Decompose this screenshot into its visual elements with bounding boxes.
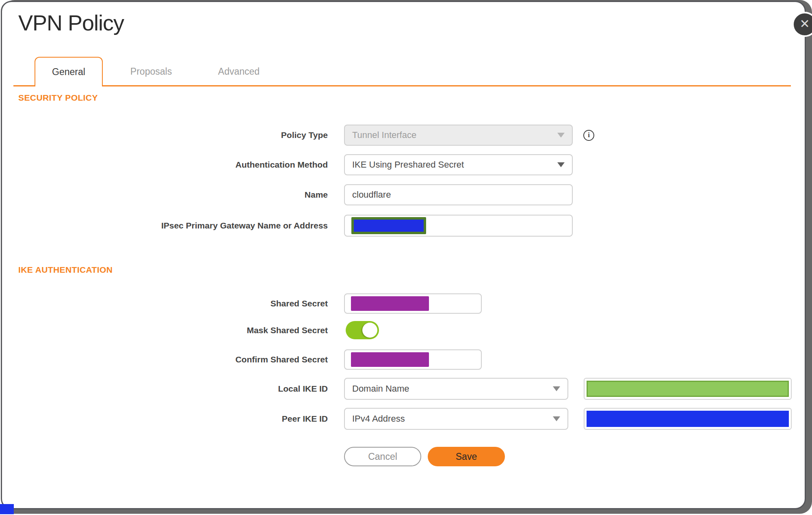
dropdown-arrow-icon (553, 386, 560, 391)
local-ike-id-redaction-box (587, 381, 789, 397)
gateway-label: IPsec Primary Gateway Name or Address (18, 221, 328, 231)
local-ike-id-select[interactable]: Domain Name (344, 378, 568, 400)
confirm-shared-secret-label: Confirm Shared Secret (18, 355, 328, 364)
peer-ike-id-redaction-box (587, 411, 789, 427)
row-shared-secret: Shared Secret (18, 293, 482, 314)
peer-ike-id-label: Peer IKE ID (18, 414, 328, 424)
name-label: Name (18, 190, 328, 200)
row-confirm-shared-secret: Confirm Shared Secret (18, 349, 482, 370)
peer-ike-id-select[interactable]: IPv4 Address (344, 408, 568, 430)
toggle-knob (362, 323, 377, 338)
gateway-input[interactable] (344, 215, 573, 237)
corner-redaction-box (0, 504, 14, 514)
row-peer-ike-id: Peer IKE ID IPv4 Address (18, 408, 792, 430)
policy-type-value: Tunnel Interface (352, 130, 416, 140)
name-input[interactable]: cloudflare (344, 184, 573, 205)
gateway-redaction-box (351, 217, 426, 234)
local-ike-id-input[interactable] (584, 378, 792, 400)
tab-general[interactable]: General (35, 57, 103, 86)
name-value: cloudflare (352, 190, 391, 200)
save-button[interactable]: Save (428, 447, 505, 466)
confirm-shared-secret-input[interactable] (344, 349, 482, 370)
mask-shared-secret-label: Mask Shared Secret (18, 325, 328, 335)
authentication-method-select[interactable]: IKE Using Preshared Secret (344, 154, 573, 175)
policy-type-label: Policy Type (18, 130, 328, 140)
policy-type-select[interactable]: Tunnel Interface (344, 125, 573, 146)
row-actions: Cancel Save (18, 447, 505, 466)
cancel-button[interactable]: Cancel (344, 447, 421, 466)
tab-proposals[interactable]: Proposals (123, 57, 180, 86)
row-gateway: IPsec Primary Gateway Name or Address (18, 215, 573, 237)
vpn-policy-dialog: VPN Policy General Proposals Advanced SE… (1, 1, 806, 509)
row-local-ike-id: Local IKE ID Domain Name (18, 378, 792, 400)
dropdown-arrow-icon (557, 133, 565, 138)
info-icon[interactable]: i (583, 130, 594, 141)
mask-shared-secret-toggle[interactable] (346, 321, 379, 339)
shared-secret-input[interactable] (344, 293, 482, 314)
dropdown-arrow-icon (557, 162, 565, 167)
confirm-shared-secret-redaction-box (351, 352, 429, 367)
section-ike-authentication: IKE AUTHENTICATION (18, 265, 113, 275)
local-ike-id-label: Local IKE ID (18, 384, 328, 394)
shared-secret-label: Shared Secret (18, 299, 328, 308)
peer-ike-id-input[interactable] (584, 408, 792, 430)
row-policy-type: Policy Type Tunnel Interface i (18, 125, 594, 146)
authentication-method-label: Authentication Method (18, 160, 328, 170)
section-security-policy: SECURITY POLICY (18, 93, 98, 103)
row-authentication-method: Authentication Method IKE Using Preshare… (18, 154, 573, 175)
row-mask-shared-secret: Mask Shared Secret (18, 321, 379, 339)
page-title: VPN Policy (18, 10, 124, 35)
dropdown-arrow-icon (553, 416, 560, 421)
authentication-method-value: IKE Using Preshared Secret (352, 159, 464, 170)
tab-advanced[interactable]: Advanced (210, 57, 267, 86)
screen: VPN Policy General Proposals Advanced SE… (0, 0, 812, 515)
row-name: Name cloudflare (18, 184, 573, 205)
peer-ike-id-type: IPv4 Address (352, 414, 405, 424)
shared-secret-redaction-box (351, 296, 429, 311)
local-ike-id-type: Domain Name (352, 384, 409, 394)
